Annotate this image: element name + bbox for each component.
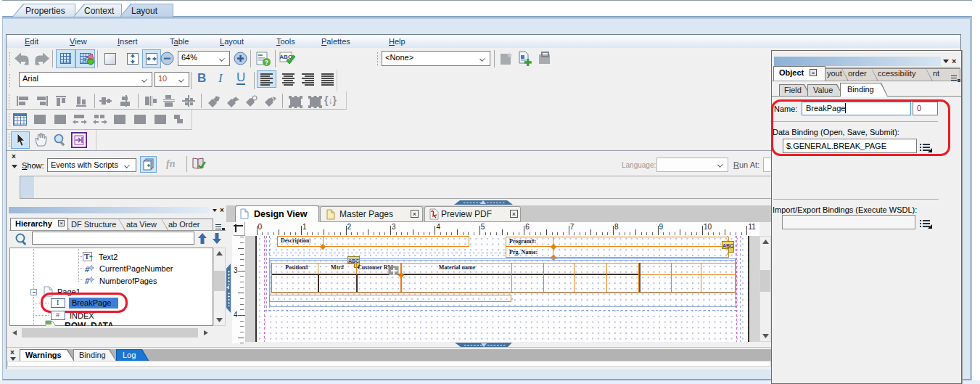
svg-text:#: #: [84, 276, 90, 285]
svg-text:#: #: [84, 264, 90, 274]
svg-text:?: ?: [265, 59, 269, 66]
